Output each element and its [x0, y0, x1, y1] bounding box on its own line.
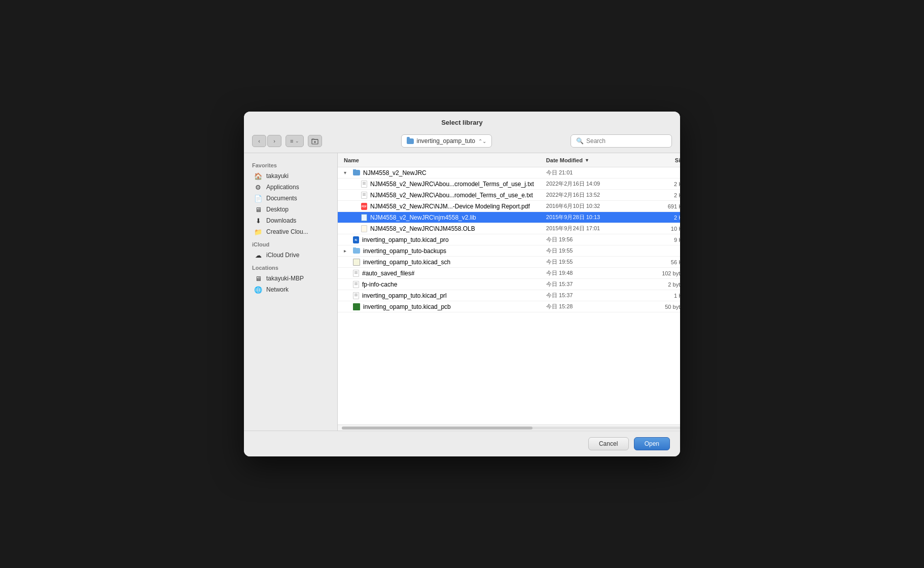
file-size: 2 bytes [642, 281, 680, 288]
file-list: ▾NJM4558_v2_NewJRC今日 21:01--NJM4558_v2_N… [338, 167, 680, 424]
sidebar-label-takayuki: takayuki [266, 172, 289, 180]
network-icon: 🌐 [254, 286, 262, 294]
file-date: 2022年2月16日 14:09 [540, 180, 642, 188]
back-button[interactable]: ‹ [252, 135, 266, 147]
sidebar-label-network: Network [266, 286, 289, 293]
view-options-button[interactable]: ≡ ⌄ [286, 135, 304, 147]
file-name-text: inverting_opamp_tuto.kicad_pro [362, 236, 449, 243]
sidebar-item-downloads[interactable]: ⬇ Downloads [246, 215, 335, 226]
sidebar-item-creative-cloud[interactable]: 📁 Creative Clou... [246, 226, 335, 237]
file-name-cell: PDFNJM4558_v2_NewJRC\NJM...-Device Model… [338, 203, 540, 210]
file-date: 今日 15:37 [540, 280, 642, 288]
file-size: 50 bytes [642, 304, 680, 310]
file-date: 今日 21:01 [540, 169, 642, 176]
pcb-icon [353, 303, 360, 310]
file-row[interactable]: NJM4558_v2_NewJRC\Abou...cromodel_Terms_… [338, 179, 680, 190]
pdf-icon: PDF [361, 203, 367, 210]
lib-icon [361, 214, 367, 221]
file-row[interactable]: NJM4558_v2_NewJRC\Abou...romodel_Terms_o… [338, 190, 680, 201]
sidebar-label-takayuki-mbp: takayuki-MBP [266, 275, 304, 282]
sidebar-item-network[interactable]: 🌐 Network [246, 284, 335, 295]
file-row[interactable]: NJM4558_v2_NewJRC\NJM4558.OLB2015年9月24日 … [338, 223, 680, 234]
path-folder-icon [407, 138, 414, 144]
file-row[interactable]: ▸inverting_opamp_tuto-backups今日 19:55-- [338, 245, 680, 257]
col-date-header[interactable]: Date Modified ▼ [540, 153, 642, 167]
creative-cloud-icon: 📁 [254, 228, 262, 236]
new-folder-button[interactable] [308, 135, 322, 147]
file-size: 2 KB [642, 215, 680, 221]
file-name-cell: #auto_saved_files# [338, 270, 540, 277]
file-size: 691 KB [642, 203, 680, 209]
file-size: 56 KB [642, 259, 680, 265]
expand-arrow[interactable]: ▾ [344, 170, 350, 175]
file-row[interactable]: #auto_saved_files#今日 19:48102 bytes [338, 268, 680, 279]
file-size: 2 KB [642, 192, 680, 198]
file-name-cell: fp-info-cache [338, 281, 540, 288]
file-date: 今日 15:28 [540, 303, 642, 310]
sidebar-label-creative-cloud: Creative Clou... [266, 228, 308, 235]
title-text: Select library [441, 119, 483, 126]
document-icon [353, 281, 359, 288]
expand-arrow[interactable]: ▸ [344, 248, 350, 254]
file-size: -- [642, 248, 680, 254]
search-box[interactable]: 🔍 [571, 134, 672, 148]
file-date: 2015年9月24日 17:01 [540, 225, 642, 232]
scrollbar-area[interactable] [338, 424, 680, 431]
sidebar-item-takayuki-mbp[interactable]: 🖥 takayuki-MBP [246, 273, 335, 284]
sidebar-item-takayuki[interactable]: 🏠 takayuki [246, 170, 335, 182]
sidebar-item-applications[interactable]: ⚙ Applications [246, 182, 335, 193]
file-row[interactable]: inverting_opamp_tuto.kicad_sch今日 19:5556… [338, 257, 680, 268]
scrollbar-thumb[interactable] [342, 427, 532, 430]
file-row[interactable]: ▾NJM4558_v2_NewJRC今日 21:01-- [338, 167, 680, 179]
forward-button[interactable]: › [267, 135, 281, 147]
file-name-cell: NJM4558_v2_NewJRC\NJM4558.OLB [338, 225, 540, 232]
home-icon: 🏠 [254, 172, 262, 180]
favorites-section-title: Favorites [244, 158, 337, 170]
file-name-cell: NJM4558_v2_NewJRC\njm4558_v2.lib [338, 214, 540, 221]
file-row[interactable]: fp-info-cache今日 15:372 bytes [338, 279, 680, 290]
icloud-section-title: iCloud [244, 237, 337, 250]
file-row[interactable]: inverting_opamp_tuto.kicad_pcb今日 15:2850… [338, 301, 680, 312]
documents-icon: 📄 [254, 194, 262, 202]
cancel-button[interactable]: Cancel [588, 437, 629, 450]
file-size: 2 KB [642, 181, 680, 187]
document-icon [353, 270, 359, 277]
olb-icon [361, 225, 367, 232]
file-name-text: inverting_opamp_tuto.kicad_prl [362, 292, 447, 299]
path-dropdown[interactable]: inverting_opamp_tuto ⌃⌄ [401, 134, 492, 148]
document-icon [353, 292, 359, 299]
scrollbar-track[interactable] [342, 427, 680, 430]
locations-section-title: Locations [244, 261, 337, 273]
file-row[interactable]: NJM4558_v2_NewJRC\njm4558_v2.lib2015年9月2… [338, 212, 680, 223]
file-name-text: NJM4558_v2_NewJRC\NJM...-Device Modeling… [370, 203, 530, 210]
file-name-cell: Kiinverting_opamp_tuto.kicad_pro [338, 236, 540, 243]
search-input[interactable] [586, 137, 666, 145]
col-name-header[interactable]: Name [338, 153, 540, 167]
file-name-cell: inverting_opamp_tuto.kicad_pcb [338, 303, 540, 310]
footer: Cancel Open [244, 431, 680, 456]
select-library-dialog: Select library ‹ › ≡ ⌄ inverting_opamp_t… [244, 112, 680, 456]
sidebar-item-desktop[interactable]: 🖥 Desktop [246, 204, 335, 215]
file-row[interactable]: inverting_opamp_tuto.kicad_prl今日 15:371 … [338, 290, 680, 301]
sidebar: Favorites 🏠 takayuki ⚙ Applications 📄 Do… [244, 153, 338, 431]
chevron-down-icon: ⌄ [295, 138, 299, 144]
col-size-header[interactable]: Size [642, 153, 680, 167]
file-row[interactable]: Kiinverting_opamp_tuto.kicad_pro今日 19:56… [338, 234, 680, 245]
file-size: -- [642, 170, 680, 176]
file-row[interactable]: PDFNJM4558_v2_NewJRC\NJM...-Device Model… [338, 201, 680, 212]
file-date: 今日 19:55 [540, 247, 642, 255]
open-button[interactable]: Open [634, 437, 670, 450]
desktop-icon: 🖥 [254, 205, 262, 214]
file-name-text: NJM4558_v2_NewJRC\Abou...romodel_Terms_o… [370, 192, 533, 199]
sidebar-label-documents: Documents [266, 195, 297, 202]
icloud-icon: ☁ [254, 251, 262, 259]
file-name-cell: inverting_opamp_tuto.kicad_sch [338, 259, 540, 266]
file-name-text: NJM4558_v2_NewJRC\njm4558_v2.lib [370, 214, 476, 221]
file-size: 1 KB [642, 293, 680, 299]
search-icon: 🔍 [576, 137, 584, 145]
folder-icon [353, 248, 360, 254]
file-date: 2016年6月10日 10:32 [540, 202, 642, 210]
sidebar-item-documents[interactable]: 📄 Documents [246, 193, 335, 204]
sidebar-item-icloud-drive[interactable]: ☁ iCloud Drive [246, 250, 335, 261]
sidebar-label-downloads: Downloads [266, 217, 296, 224]
